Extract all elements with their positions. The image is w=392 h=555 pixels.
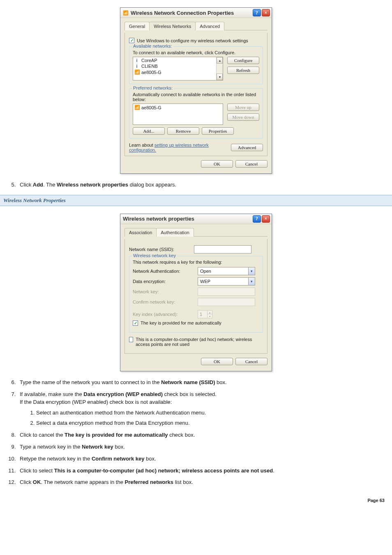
configure-button[interactable]: Configure (227, 57, 259, 64)
adhoc-label: This is a computer-to-computer (ad hoc) … (136, 337, 263, 347)
step-7-1: Select an authentication method from the… (36, 409, 387, 417)
checkmark-icon: ✓ (133, 320, 138, 326)
auth-select[interactable]: Open ▾ (198, 267, 255, 275)
spin-down-icon[interactable]: ▾ (207, 314, 212, 318)
step-12: Click OK. The network name appears in th… (17, 479, 387, 486)
learn-about-text: Learn about setting up wireless network … (129, 143, 225, 152)
titlebar: 📶 Wireless Network Connection Properties… (120, 8, 272, 18)
tab-association[interactable]: Association (125, 228, 157, 237)
close-button[interactable]: × (262, 9, 270, 16)
available-legend: Available networks: (132, 44, 173, 48)
tab-strip: General Wireless Networks Advanced (125, 21, 267, 30)
enc-label: Data encryption: (133, 279, 194, 284)
info-icon: i (134, 64, 139, 69)
preferred-legend: Preferred networks: (132, 85, 174, 90)
key-index-label: Key index (advanced): (133, 312, 194, 317)
available-hint: To connect to an available network, clic… (133, 50, 259, 55)
chevron-down-icon[interactable]: ▾ (248, 267, 255, 275)
section-heading: Wireless Network Properties (0, 195, 392, 206)
spin-up-icon[interactable]: ▴ (207, 311, 212, 314)
close-button[interactable]: × (262, 215, 270, 223)
wireless-icon: 📶 (123, 10, 129, 16)
wireless-connection-properties-dialog: 📶 Wireless Network Connection Properties… (120, 7, 272, 174)
cancel-button[interactable]: Cancel (235, 358, 267, 365)
available-networks-list[interactable]: iCoreAP iCLIENB 📶ae8005-G ▴ ▾ (133, 57, 223, 81)
netkey-input[interactable] (198, 288, 255, 296)
available-networks-group: Available networks: To connect to an ava… (129, 46, 263, 84)
auth-label: Network Authentication: (133, 269, 194, 274)
ok-button[interactable]: OK (201, 358, 233, 365)
titlebar: Wireless network properties ? × (120, 214, 272, 224)
move-down-button[interactable]: Move down (227, 113, 259, 121)
step-11: Click to select This is a computer-to-co… (17, 467, 387, 475)
auto-key-label: The key is provided for me automatically (141, 320, 221, 325)
refresh-button[interactable]: Refresh (227, 67, 259, 74)
use-windows-label: Use Windows to configure my wireless net… (137, 38, 248, 43)
help-button[interactable]: ? (253, 215, 261, 223)
preferred-networks-list[interactable]: 📶ae8005-G (133, 104, 223, 125)
use-windows-checkbox[interactable]: ✓ Use Windows to configure my wireless n… (129, 38, 263, 43)
ok-button[interactable]: OK (201, 160, 233, 168)
info-icon: i (134, 58, 139, 63)
list-item: 📶ae8005-G (134, 69, 215, 75)
signal-icon: 📶 (134, 105, 139, 110)
preferred-hint: Automatically connect to available netwo… (133, 92, 259, 102)
tab-general[interactable]: General (125, 22, 150, 30)
step-8: Click to cancel the The key is provided … (17, 431, 387, 439)
wireless-key-group: Wireless network key This network requir… (129, 256, 263, 333)
move-up-button[interactable]: Move up (227, 104, 259, 111)
instruction-list-continued: Type the name of the network you want to… (5, 379, 387, 486)
enc-select[interactable]: WEP ▾ (198, 277, 255, 286)
scroll-down-icon[interactable]: ▾ (217, 74, 223, 80)
instruction-list: Click Add. The Wireless network properti… (5, 181, 387, 189)
add-button[interactable]: Add... (133, 127, 165, 135)
auto-key-checkbox[interactable]: ✓ The key is provided for me automatical… (133, 320, 259, 326)
tab-wireless-networks[interactable]: Wireless Networks (149, 22, 196, 30)
step-5: Click Add. The Wireless network properti… (17, 181, 387, 189)
netkey-label: Network key: (133, 289, 194, 294)
step-6: Type the name of the network you want to… (17, 379, 387, 387)
ssid-label: Network name (SSID): (129, 247, 191, 252)
scrollbar[interactable]: ▴ ▾ (216, 57, 223, 80)
confirm-key-label: Confirm network key: (133, 299, 194, 304)
list-item: iCoreAP (134, 58, 215, 63)
tab-authentication[interactable]: Authentication (156, 228, 194, 237)
checkmark-icon: ✓ (129, 38, 134, 43)
remove-button[interactable]: Remove (167, 127, 199, 135)
checkbox-empty-icon: ✓ (129, 337, 133, 342)
preferred-networks-group: Preferred networks: Automatically connec… (129, 88, 263, 138)
key-legend: Wireless network key (132, 253, 177, 258)
help-button[interactable]: ? (253, 9, 261, 16)
advanced-button[interactable]: Advanced (231, 144, 263, 151)
step-7: If available, make sure the Data encrypt… (17, 391, 387, 427)
wireless-network-properties-dialog: Wireless network properties ? × Associat… (120, 214, 272, 371)
tab-advanced[interactable]: Advanced (195, 22, 224, 30)
scroll-up-icon[interactable]: ▴ (217, 57, 223, 64)
signal-icon: 📶 (134, 69, 139, 75)
list-item: iCLIENB (134, 63, 215, 69)
properties-button[interactable]: Properties (202, 127, 234, 135)
ssid-input[interactable] (194, 245, 251, 253)
list-item: 📶ae8005-G (134, 104, 221, 111)
cancel-button[interactable]: Cancel (235, 160, 267, 168)
confirm-key-input[interactable] (198, 298, 255, 306)
step-9: Type a network key in the Network key bo… (17, 443, 387, 451)
key-hint: This network requires a key for the foll… (133, 260, 259, 265)
step-10: Retype the network key in the Confirm ne… (17, 455, 387, 463)
chevron-down-icon[interactable]: ▾ (248, 278, 255, 285)
window-title: Wireless network properties (123, 216, 194, 222)
adhoc-checkbox[interactable]: ✓ This is a computer-to-computer (ad hoc… (129, 337, 263, 347)
key-index-stepper[interactable]: 1 ▴▾ (198, 310, 212, 318)
window-title: Wireless Network Connection Properties (131, 10, 234, 16)
step-7-2: Select a data encryption method from the… (36, 419, 387, 427)
page-number: Page 63 (5, 492, 387, 510)
